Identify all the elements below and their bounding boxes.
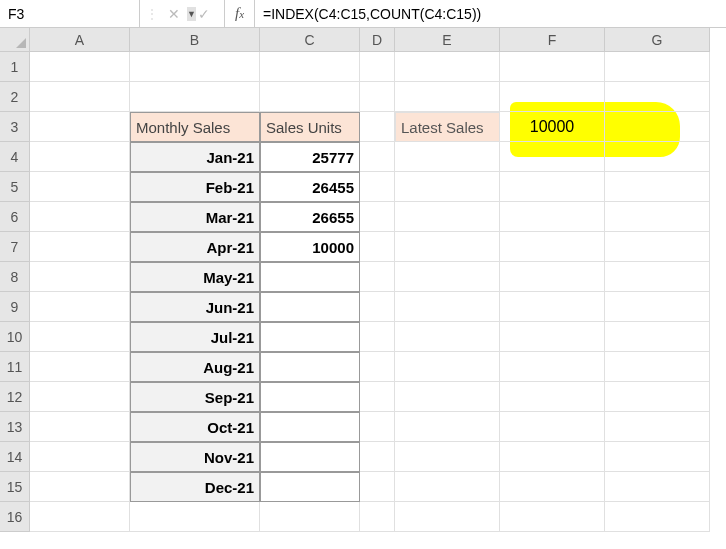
cell-f1[interactable] [500, 52, 605, 82]
cell-b16[interactable] [130, 502, 260, 532]
col-header-b[interactable]: B [130, 28, 260, 52]
cell-b1[interactable] [130, 52, 260, 82]
cell-e8[interactable] [395, 262, 500, 292]
row-header-8[interactable]: 8 [0, 262, 30, 292]
cell-a9[interactable] [30, 292, 130, 322]
cell-a2[interactable] [30, 82, 130, 112]
cell-a13[interactable] [30, 412, 130, 442]
cell-f16[interactable] [500, 502, 605, 532]
cell-e10[interactable] [395, 322, 500, 352]
row-header-13[interactable]: 13 [0, 412, 30, 442]
cell-a14[interactable] [30, 442, 130, 472]
cell-g14[interactable] [605, 442, 710, 472]
cell-c11[interactable] [260, 352, 360, 382]
cell-e7[interactable] [395, 232, 500, 262]
cell-b8[interactable]: May-21 [130, 262, 260, 292]
col-header-g[interactable]: G [605, 28, 710, 52]
cell-d4[interactable] [360, 142, 395, 172]
cell-f12[interactable] [500, 382, 605, 412]
cell-b5[interactable]: Feb-21 [130, 172, 260, 202]
cell-b7[interactable]: Apr-21 [130, 232, 260, 262]
row-header-3[interactable]: 3 [0, 112, 30, 142]
cell-a6[interactable] [30, 202, 130, 232]
cell-e4[interactable] [395, 142, 500, 172]
cell-b6[interactable]: Mar-21 [130, 202, 260, 232]
cell-c13[interactable] [260, 412, 360, 442]
name-box-dropdown[interactable]: ▼ [187, 7, 196, 21]
cell-f15[interactable] [500, 472, 605, 502]
cell-f9[interactable] [500, 292, 605, 322]
cell-f13[interactable] [500, 412, 605, 442]
row-header-9[interactable]: 9 [0, 292, 30, 322]
row-header-15[interactable]: 15 [0, 472, 30, 502]
cell-g5[interactable] [605, 172, 710, 202]
cell-f2[interactable] [500, 82, 605, 112]
cell-g9[interactable] [605, 292, 710, 322]
cell-e12[interactable] [395, 382, 500, 412]
cell-f11[interactable] [500, 352, 605, 382]
cell-g12[interactable] [605, 382, 710, 412]
cell-d10[interactable] [360, 322, 395, 352]
cell-b10[interactable]: Jul-21 [130, 322, 260, 352]
cell-c14[interactable] [260, 442, 360, 472]
col-header-d[interactable]: D [360, 28, 395, 52]
cell-f6[interactable] [500, 202, 605, 232]
cell-g7[interactable] [605, 232, 710, 262]
cell-e15[interactable] [395, 472, 500, 502]
cell-f8[interactable] [500, 262, 605, 292]
cell-c16[interactable] [260, 502, 360, 532]
cell-d3[interactable] [360, 112, 395, 142]
cell-a15[interactable] [30, 472, 130, 502]
cell-b3[interactable]: Monthly Sales [130, 112, 260, 142]
row-header-1[interactable]: 1 [0, 52, 30, 82]
cell-d1[interactable] [360, 52, 395, 82]
cell-f10[interactable] [500, 322, 605, 352]
fx-icon[interactable]: fx [225, 0, 255, 27]
cell-b2[interactable] [130, 82, 260, 112]
cell-d12[interactable] [360, 382, 395, 412]
cell-d9[interactable] [360, 292, 395, 322]
formula-input[interactable] [255, 0, 726, 27]
cell-a11[interactable] [30, 352, 130, 382]
cell-b4[interactable]: Jan-21 [130, 142, 260, 172]
cell-f14[interactable] [500, 442, 605, 472]
cell-c1[interactable] [260, 52, 360, 82]
cell-d16[interactable] [360, 502, 395, 532]
cell-f4[interactable] [500, 142, 605, 172]
cell-f7[interactable] [500, 232, 605, 262]
cell-c10[interactable] [260, 322, 360, 352]
cell-c4[interactable]: 25777 [260, 142, 360, 172]
cell-e6[interactable] [395, 202, 500, 232]
cell-e11[interactable] [395, 352, 500, 382]
cell-c8[interactable] [260, 262, 360, 292]
select-all-corner[interactable] [0, 28, 30, 52]
cell-e13[interactable] [395, 412, 500, 442]
cell-a12[interactable] [30, 382, 130, 412]
cell-e3[interactable]: Latest Sales [395, 112, 500, 142]
row-header-6[interactable]: 6 [0, 202, 30, 232]
name-box[interactable] [4, 6, 187, 22]
cell-d6[interactable] [360, 202, 395, 232]
col-header-c[interactable]: C [260, 28, 360, 52]
row-header-10[interactable]: 10 [0, 322, 30, 352]
cell-d11[interactable] [360, 352, 395, 382]
cell-g3[interactable] [605, 112, 710, 142]
cell-a8[interactable] [30, 262, 130, 292]
row-header-16[interactable]: 16 [0, 502, 30, 532]
cell-e5[interactable] [395, 172, 500, 202]
cell-b13[interactable]: Oct-21 [130, 412, 260, 442]
cell-d8[interactable] [360, 262, 395, 292]
cell-g6[interactable] [605, 202, 710, 232]
cell-d15[interactable] [360, 472, 395, 502]
cell-b12[interactable]: Sep-21 [130, 382, 260, 412]
row-header-14[interactable]: 14 [0, 442, 30, 472]
cell-c2[interactable] [260, 82, 360, 112]
cell-d13[interactable] [360, 412, 395, 442]
row-header-2[interactable]: 2 [0, 82, 30, 112]
cell-d2[interactable] [360, 82, 395, 112]
row-header-4[interactable]: 4 [0, 142, 30, 172]
cell-c5[interactable]: 26455 [260, 172, 360, 202]
cell-d14[interactable] [360, 442, 395, 472]
cell-c7[interactable]: 10000 [260, 232, 360, 262]
cell-a16[interactable] [30, 502, 130, 532]
